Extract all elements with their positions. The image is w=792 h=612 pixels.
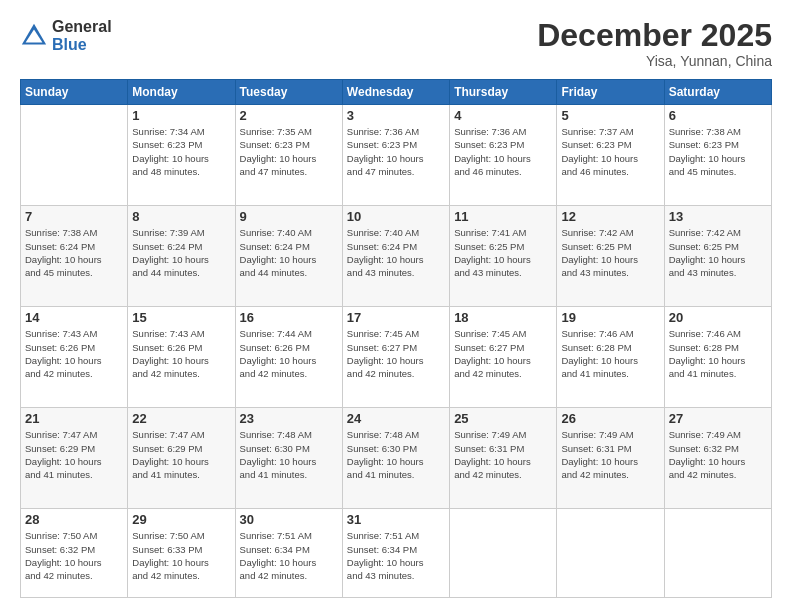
day-number: 18 — [454, 310, 552, 325]
day-number: 4 — [454, 108, 552, 123]
day-info: Sunrise: 7:51 AMSunset: 6:34 PMDaylight:… — [347, 529, 445, 582]
day-number: 20 — [669, 310, 767, 325]
day-number: 30 — [240, 512, 338, 527]
calendar-cell — [450, 509, 557, 598]
calendar-cell: 6Sunrise: 7:38 AMSunset: 6:23 PMDaylight… — [664, 105, 771, 206]
day-number: 23 — [240, 411, 338, 426]
calendar-cell: 8Sunrise: 7:39 AMSunset: 6:24 PMDaylight… — [128, 206, 235, 307]
calendar-header-wednesday: Wednesday — [342, 80, 449, 105]
calendar-header-monday: Monday — [128, 80, 235, 105]
calendar-week-row: 1Sunrise: 7:34 AMSunset: 6:23 PMDaylight… — [21, 105, 772, 206]
calendar-week-row: 28Sunrise: 7:50 AMSunset: 6:32 PMDayligh… — [21, 509, 772, 598]
calendar-week-row: 21Sunrise: 7:47 AMSunset: 6:29 PMDayligh… — [21, 408, 772, 509]
calendar-cell: 16Sunrise: 7:44 AMSunset: 6:26 PMDayligh… — [235, 307, 342, 408]
calendar-week-row: 7Sunrise: 7:38 AMSunset: 6:24 PMDaylight… — [21, 206, 772, 307]
calendar-cell: 26Sunrise: 7:49 AMSunset: 6:31 PMDayligh… — [557, 408, 664, 509]
day-info: Sunrise: 7:50 AMSunset: 6:32 PMDaylight:… — [25, 529, 123, 582]
day-number: 17 — [347, 310, 445, 325]
day-info: Sunrise: 7:38 AMSunset: 6:24 PMDaylight:… — [25, 226, 123, 279]
calendar-cell — [664, 509, 771, 598]
logo-blue-text: Blue — [52, 36, 112, 54]
calendar-cell: 2Sunrise: 7:35 AMSunset: 6:23 PMDaylight… — [235, 105, 342, 206]
calendar-cell: 25Sunrise: 7:49 AMSunset: 6:31 PMDayligh… — [450, 408, 557, 509]
day-info: Sunrise: 7:49 AMSunset: 6:31 PMDaylight:… — [454, 428, 552, 481]
calendar-cell: 3Sunrise: 7:36 AMSunset: 6:23 PMDaylight… — [342, 105, 449, 206]
calendar-header-tuesday: Tuesday — [235, 80, 342, 105]
day-info: Sunrise: 7:41 AMSunset: 6:25 PMDaylight:… — [454, 226, 552, 279]
day-info: Sunrise: 7:38 AMSunset: 6:23 PMDaylight:… — [669, 125, 767, 178]
day-info: Sunrise: 7:34 AMSunset: 6:23 PMDaylight:… — [132, 125, 230, 178]
day-info: Sunrise: 7:47 AMSunset: 6:29 PMDaylight:… — [25, 428, 123, 481]
day-info: Sunrise: 7:42 AMSunset: 6:25 PMDaylight:… — [669, 226, 767, 279]
day-number: 29 — [132, 512, 230, 527]
day-number: 22 — [132, 411, 230, 426]
calendar-cell: 19Sunrise: 7:46 AMSunset: 6:28 PMDayligh… — [557, 307, 664, 408]
calendar-cell: 29Sunrise: 7:50 AMSunset: 6:33 PMDayligh… — [128, 509, 235, 598]
day-number: 5 — [561, 108, 659, 123]
day-info: Sunrise: 7:48 AMSunset: 6:30 PMDaylight:… — [240, 428, 338, 481]
logo-general-text: General — [52, 18, 112, 36]
day-info: Sunrise: 7:46 AMSunset: 6:28 PMDaylight:… — [561, 327, 659, 380]
day-info: Sunrise: 7:51 AMSunset: 6:34 PMDaylight:… — [240, 529, 338, 582]
day-number: 28 — [25, 512, 123, 527]
day-number: 10 — [347, 209, 445, 224]
day-info: Sunrise: 7:36 AMSunset: 6:23 PMDaylight:… — [347, 125, 445, 178]
day-number: 21 — [25, 411, 123, 426]
calendar-cell: 31Sunrise: 7:51 AMSunset: 6:34 PMDayligh… — [342, 509, 449, 598]
calendar-cell — [557, 509, 664, 598]
day-number: 15 — [132, 310, 230, 325]
day-info: Sunrise: 7:37 AMSunset: 6:23 PMDaylight:… — [561, 125, 659, 178]
calendar-header-saturday: Saturday — [664, 80, 771, 105]
day-number: 26 — [561, 411, 659, 426]
day-number: 9 — [240, 209, 338, 224]
calendar-cell: 9Sunrise: 7:40 AMSunset: 6:24 PMDaylight… — [235, 206, 342, 307]
day-info: Sunrise: 7:45 AMSunset: 6:27 PMDaylight:… — [454, 327, 552, 380]
calendar-header-row: SundayMondayTuesdayWednesdayThursdayFrid… — [21, 80, 772, 105]
day-number: 16 — [240, 310, 338, 325]
calendar-cell: 10Sunrise: 7:40 AMSunset: 6:24 PMDayligh… — [342, 206, 449, 307]
day-number: 3 — [347, 108, 445, 123]
calendar-cell: 14Sunrise: 7:43 AMSunset: 6:26 PMDayligh… — [21, 307, 128, 408]
day-info: Sunrise: 7:39 AMSunset: 6:24 PMDaylight:… — [132, 226, 230, 279]
day-info: Sunrise: 7:43 AMSunset: 6:26 PMDaylight:… — [25, 327, 123, 380]
day-info: Sunrise: 7:43 AMSunset: 6:26 PMDaylight:… — [132, 327, 230, 380]
day-number: 27 — [669, 411, 767, 426]
day-info: Sunrise: 7:36 AMSunset: 6:23 PMDaylight:… — [454, 125, 552, 178]
calendar-cell: 4Sunrise: 7:36 AMSunset: 6:23 PMDaylight… — [450, 105, 557, 206]
calendar-cell: 15Sunrise: 7:43 AMSunset: 6:26 PMDayligh… — [128, 307, 235, 408]
day-number: 14 — [25, 310, 123, 325]
day-number: 8 — [132, 209, 230, 224]
title-block: December 2025 Yisa, Yunnan, China — [537, 18, 772, 69]
day-number: 12 — [561, 209, 659, 224]
month-title: December 2025 — [537, 18, 772, 53]
day-info: Sunrise: 7:45 AMSunset: 6:27 PMDaylight:… — [347, 327, 445, 380]
day-number: 24 — [347, 411, 445, 426]
calendar-cell: 30Sunrise: 7:51 AMSunset: 6:34 PMDayligh… — [235, 509, 342, 598]
calendar-cell: 22Sunrise: 7:47 AMSunset: 6:29 PMDayligh… — [128, 408, 235, 509]
day-number: 13 — [669, 209, 767, 224]
day-info: Sunrise: 7:44 AMSunset: 6:26 PMDaylight:… — [240, 327, 338, 380]
day-number: 19 — [561, 310, 659, 325]
day-info: Sunrise: 7:47 AMSunset: 6:29 PMDaylight:… — [132, 428, 230, 481]
calendar-cell: 28Sunrise: 7:50 AMSunset: 6:32 PMDayligh… — [21, 509, 128, 598]
day-number: 31 — [347, 512, 445, 527]
calendar-cell: 7Sunrise: 7:38 AMSunset: 6:24 PMDaylight… — [21, 206, 128, 307]
calendar-week-row: 14Sunrise: 7:43 AMSunset: 6:26 PMDayligh… — [21, 307, 772, 408]
day-info: Sunrise: 7:42 AMSunset: 6:25 PMDaylight:… — [561, 226, 659, 279]
day-info: Sunrise: 7:35 AMSunset: 6:23 PMDaylight:… — [240, 125, 338, 178]
header: General Blue December 2025 Yisa, Yunnan,… — [20, 18, 772, 69]
calendar-header-thursday: Thursday — [450, 80, 557, 105]
calendar-cell: 27Sunrise: 7:49 AMSunset: 6:32 PMDayligh… — [664, 408, 771, 509]
day-info: Sunrise: 7:50 AMSunset: 6:33 PMDaylight:… — [132, 529, 230, 582]
day-info: Sunrise: 7:49 AMSunset: 6:31 PMDaylight:… — [561, 428, 659, 481]
calendar: SundayMondayTuesdayWednesdayThursdayFrid… — [20, 79, 772, 598]
day-number: 2 — [240, 108, 338, 123]
day-number: 1 — [132, 108, 230, 123]
calendar-cell: 24Sunrise: 7:48 AMSunset: 6:30 PMDayligh… — [342, 408, 449, 509]
calendar-cell: 17Sunrise: 7:45 AMSunset: 6:27 PMDayligh… — [342, 307, 449, 408]
calendar-cell: 23Sunrise: 7:48 AMSunset: 6:30 PMDayligh… — [235, 408, 342, 509]
day-info: Sunrise: 7:48 AMSunset: 6:30 PMDaylight:… — [347, 428, 445, 481]
day-info: Sunrise: 7:49 AMSunset: 6:32 PMDaylight:… — [669, 428, 767, 481]
calendar-cell: 5Sunrise: 7:37 AMSunset: 6:23 PMDaylight… — [557, 105, 664, 206]
location: Yisa, Yunnan, China — [537, 53, 772, 69]
